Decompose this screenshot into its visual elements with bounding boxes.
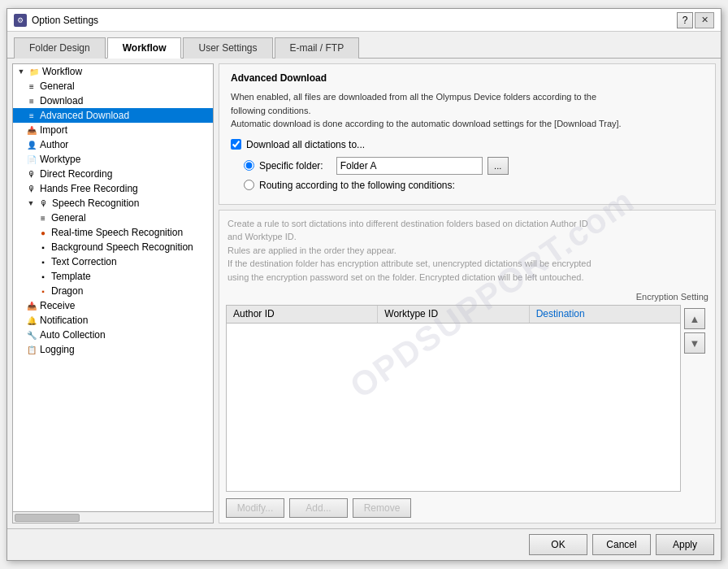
tab-folder-design[interactable]: Folder Design	[14, 37, 106, 59]
tree-item-auto-collection[interactable]: 🔧 Auto Collection	[13, 328, 213, 342]
tree-item-sr-general[interactable]: ≡ General	[13, 211, 213, 225]
sr-general-icon: ≡	[37, 212, 49, 224]
tab-user-settings[interactable]: User Settings	[183, 37, 272, 59]
table-side-buttons: ▲ ▼	[681, 305, 708, 492]
tab-email-ftp[interactable]: E-mail / FTP	[275, 37, 360, 59]
move-down-button[interactable]: ▼	[684, 332, 705, 354]
add-button[interactable]: Add...	[289, 498, 348, 518]
table-with-side: Author ID Worktype ID Destination	[226, 305, 708, 492]
remove-button[interactable]: Remove	[353, 498, 411, 518]
direct-recording-icon: 🎙	[26, 168, 37, 180]
routing-action-buttons: Modify... Add... Remove	[219, 495, 715, 523]
auto-collection-icon: 🔧	[26, 329, 37, 341]
tree-item-import[interactable]: 📥 Import	[13, 123, 213, 137]
import-icon: 📥	[26, 124, 37, 136]
specific-folder-radio[interactable]	[244, 160, 254, 171]
col-author-id: Author ID	[227, 306, 378, 323]
tree-item-text-correction[interactable]: ▪ Text Correction	[13, 254, 213, 269]
col-worktype-id: Worktype ID	[378, 306, 529, 323]
routing-radio[interactable]	[244, 180, 254, 190]
tree-item-author[interactable]: 👤 Author	[13, 137, 213, 152]
tree-item-logging[interactable]: 📋 Logging	[13, 342, 213, 357]
logging-icon: 📋	[26, 344, 37, 355]
general-icon: ≡	[26, 80, 37, 92]
apply-button[interactable]: Apply	[656, 534, 714, 555]
ok-button[interactable]: OK	[529, 534, 587, 555]
right-panel: OPDSUPPORT.com Advanced Download When en…	[219, 63, 716, 523]
tree-item-general[interactable]: ≡ General	[13, 79, 213, 93]
author-icon: 👤	[26, 139, 37, 150]
tree-item-download[interactable]: ≡ Download	[13, 93, 213, 108]
folder-input[interactable]	[336, 157, 483, 175]
hands-free-icon: 🎙	[26, 183, 37, 194]
tree-item-notification[interactable]: 🔔 Notification	[13, 313, 213, 328]
download-icon: ≡	[26, 95, 37, 106]
col-destination: Destination	[530, 306, 680, 323]
advanced-download-icon: ≡	[26, 110, 37, 121]
modify-button[interactable]: Modify...	[226, 498, 284, 518]
move-up-button[interactable]: ▲	[684, 308, 705, 329]
realtime-sr-icon: ●	[37, 227, 49, 238]
tree-item-hands-free[interactable]: 🎙 Hands Free Recording	[13, 181, 213, 196]
help-button[interactable]: ?	[677, 12, 693, 28]
app-icon: ⚙	[14, 14, 27, 27]
table-header: Author ID Worktype ID Destination	[227, 306, 680, 324]
specific-folder-radio-row: Specific folder: ...	[244, 157, 704, 175]
tree-item-speech-recognition[interactable]: ▼ 🎙 Speech Recognition	[13, 196, 213, 211]
advanced-download-section: Advanced Download When enabled, all file…	[219, 63, 716, 205]
background-sr-icon: ▪	[37, 241, 49, 253]
tree-item-realtime-sr[interactable]: ● Real-time Speech Recognition	[13, 225, 213, 240]
title-buttons: ? ✕	[677, 12, 714, 28]
browse-button[interactable]: ...	[488, 157, 509, 175]
template-icon: ▪	[37, 271, 49, 282]
specific-folder-label: Specific folder:	[259, 160, 323, 172]
description-text: When enabled, all files are downloaded f…	[231, 90, 704, 131]
tab-workflow[interactable]: Workflow	[107, 37, 182, 59]
table-body	[227, 324, 680, 421]
tree-item-template[interactable]: ▪ Template	[13, 269, 213, 284]
tree-item-direct-recording[interactable]: 🎙 Direct Recording	[13, 167, 213, 181]
tree-panel: ▼ 📁 Workflow ≡ General ≡ Download ≡ Adva…	[12, 63, 214, 523]
footer: OK Cancel Apply	[7, 528, 721, 560]
window-title: Option Settings	[32, 15, 98, 26]
section-title: Advanced Download	[231, 72, 704, 84]
expand-icon-workflow: ▼	[16, 67, 26, 76]
tree-hscroll[interactable]	[13, 511, 213, 523]
receive-icon: 📥	[26, 300, 37, 311]
routing-label: Routing according to the following condi…	[259, 180, 455, 191]
workflow-icon: 📁	[28, 66, 40, 77]
tree-item-background-sr[interactable]: ▪ Background Speech Recognition	[13, 240, 213, 254]
tree-scroll-area: ▼ 📁 Workflow ≡ General ≡ Download ≡ Adva…	[13, 64, 213, 523]
tree-item-dragon[interactable]: ▪ Dragon	[13, 284, 213, 298]
download-all-label: Download all dictations to...	[246, 139, 365, 150]
tab-bar: Folder Design Workflow User Settings E-m…	[7, 32, 721, 59]
main-content: ▼ 📁 Workflow ≡ General ≡ Download ≡ Adva…	[7, 59, 721, 528]
tree-item-receive[interactable]: 📥 Receive	[13, 298, 213, 313]
cancel-button[interactable]: Cancel	[592, 534, 651, 555]
download-all-checkbox[interactable]	[231, 139, 241, 150]
tree-item-worktype[interactable]: 📄 Worktype	[13, 152, 213, 167]
title-bar: ⚙ Option Settings ? ✕	[7, 9, 721, 32]
routing-radio-row: Routing according to the following condi…	[244, 180, 704, 191]
routing-description: Create a rule to sort dictations into di…	[219, 211, 715, 291]
encryption-link[interactable]: Encryption Setting	[219, 290, 715, 305]
speech-recognition-icon: 🎙	[38, 198, 50, 209]
close-button[interactable]: ✕	[695, 12, 714, 28]
routing-section: Create a rule to sort dictations into di…	[219, 210, 716, 524]
text-correction-icon: ▪	[37, 256, 49, 267]
tree-item-workflow[interactable]: ▼ 📁 Workflow	[13, 64, 213, 79]
expand-sr-icon: ▼	[26, 198, 36, 208]
dragon-icon: ▪	[37, 285, 49, 297]
tree-item-advanced-download[interactable]: ≡ Advanced Download	[13, 108, 213, 123]
notification-icon: 🔔	[26, 315, 37, 326]
download-checkbox-row: Download all dictations to...	[231, 139, 704, 150]
worktype-icon: 📄	[26, 154, 37, 165]
